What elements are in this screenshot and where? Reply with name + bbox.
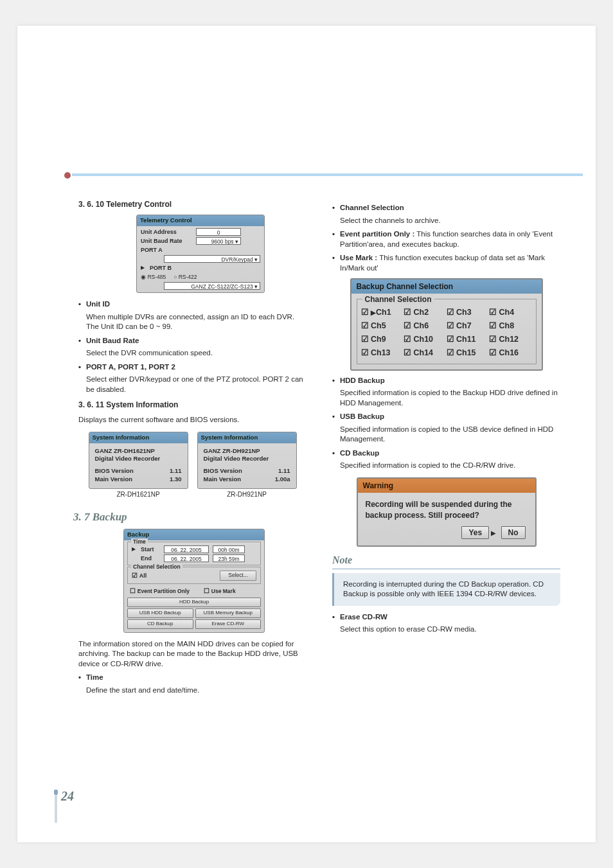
ch-label: Ch1	[376, 308, 391, 317]
unit-baud-term: Unit Baud Rate	[86, 337, 139, 344]
ch8-checkbox[interactable]: Ch8	[489, 319, 532, 333]
sys1-model: GANZ ZR-DH1621NP	[95, 447, 182, 456]
cs-body: Select the channels to archive.	[332, 216, 560, 226]
bullet-port: • PORT A, PORT 1, PORT 2	[78, 362, 306, 373]
start-date-input[interactable]: 06. 22. 2005	[164, 545, 209, 553]
usemark-checkbox[interactable]: Use Mark	[204, 587, 236, 596]
ch10-checkbox[interactable]: Ch10	[404, 333, 447, 346]
note-body: Recording is interrupted during the CD B…	[332, 573, 560, 606]
ch3-checkbox[interactable]: Ch3	[447, 306, 490, 319]
yes-button[interactable]: Yes	[461, 526, 489, 539]
page-number-box: 24	[55, 789, 74, 823]
warning-title: Warning	[358, 479, 535, 493]
cd-body: Specified information is copied to the C…	[332, 461, 560, 471]
warning-panel: Warning Recording will be suspended duri…	[357, 477, 537, 547]
usb-mem-backup-button[interactable]: USB Memory Backup	[195, 608, 262, 618]
ch13-checkbox[interactable]: Ch13	[361, 346, 404, 360]
port-term: PORT A, PORT 1, PORT 2	[86, 363, 175, 371]
heading-sysinfo: 3. 6. 11 System Information	[78, 400, 306, 410]
all-checkbox[interactable]: All	[132, 571, 147, 580]
unit-baud-select[interactable]: 9600 bps ▾	[196, 237, 241, 245]
ch5-checkbox[interactable]: Ch5	[361, 319, 404, 333]
sys2-caption: ZR-DH921NP	[197, 490, 297, 499]
unit-id-term: Unit ID	[86, 300, 110, 308]
panel-title: System Information	[198, 432, 296, 443]
epo-checkbox[interactable]: Event Partition Only	[130, 587, 190, 596]
usb-hdd-backup-button[interactable]: USB HDD Backup	[127, 608, 193, 618]
start-time-input[interactable]: 00h 00m	[213, 545, 245, 553]
hdd-backup-button[interactable]: HDD Backup	[127, 598, 261, 607]
sys2-main-v: 1.00a	[275, 475, 290, 484]
time-body: Define the start and end date/time.	[78, 686, 306, 696]
usb-body: Specified information is copied to the U…	[332, 425, 560, 445]
cursor-arrow-icon: ▶	[132, 546, 136, 553]
right-column: • Channel Selection Select the channels …	[332, 199, 560, 698]
backup-body: The information stored on the MAIN HDD d…	[78, 639, 306, 669]
note-heading: Note	[332, 553, 560, 569]
bullet-cs: • Channel Selection	[332, 203, 560, 213]
unit-baud-label: Unit Baud Rate	[141, 237, 192, 245]
page-number: 24	[61, 789, 74, 823]
cs-group-label: Channel Selection	[131, 563, 182, 571]
ch11-checkbox[interactable]: Ch11	[447, 333, 490, 346]
page-tick-icon	[55, 790, 57, 823]
panel-title: Backup Channel Selection	[351, 279, 542, 294]
unit-address-input[interactable]: 0	[196, 228, 241, 236]
heading-backup: 3. 7 Backup	[73, 510, 306, 525]
rs422-radio[interactable]: RS-422	[173, 274, 197, 281]
rs485-radio[interactable]: RS-485	[141, 274, 166, 281]
erase-term: Erase CD-RW	[340, 613, 387, 621]
ch12-checkbox[interactable]: Ch12	[489, 333, 532, 346]
ch4-checkbox[interactable]: Ch4	[489, 306, 532, 319]
portb-label: PORT B	[150, 264, 172, 272]
bcs-group-label: Channel Selection	[362, 294, 434, 305]
bullet-unit-id: • Unit ID	[78, 299, 306, 310]
end-date-input[interactable]: 06. 22. 2005	[164, 554, 209, 562]
manual-page: 3. 6. 10 Telemetry Control Telemetry Con…	[17, 26, 596, 842]
epo-term: Event partition Only :	[340, 230, 414, 238]
ch1-checkbox[interactable]: ▶Ch1	[361, 306, 404, 319]
sys1-bios-l: BIOS Version	[95, 467, 170, 475]
bullet-cd: • CD Backup	[332, 448, 560, 459]
bullet-epo: • Event partition Only : This function s…	[332, 229, 560, 249]
cs-term: Channel Selection	[340, 204, 404, 211]
cd-backup-button[interactable]: CD Backup	[127, 619, 193, 629]
bullet-um: • Use Mark : This function executes back…	[332, 253, 560, 273]
time-term: Time	[86, 673, 103, 681]
sys2-model: GANZ ZR-DH921NP	[204, 447, 290, 456]
header-dot-icon	[64, 172, 71, 179]
ch2-checkbox[interactable]: Ch2	[404, 306, 447, 319]
erase-cdrw-button[interactable]: Erase CD-RW	[195, 619, 262, 629]
ch14-checkbox[interactable]: Ch14	[404, 346, 447, 360]
sysinfo-body: Displays the current software and BIOS v…	[78, 415, 306, 425]
ch16-checkbox[interactable]: Ch16	[489, 346, 532, 360]
hdd-body: Specified information is copied to the B…	[332, 388, 560, 408]
start-label: Start	[141, 545, 160, 553]
cd-term: CD Backup	[340, 449, 379, 457]
select-button[interactable]: Select...	[220, 571, 256, 580]
sys1-main-l: Main Version	[95, 475, 170, 484]
porta-value: DVR/Keypad	[221, 256, 253, 263]
sys2-main-l: Main Version	[204, 475, 275, 484]
panel-title: System Information	[89, 432, 188, 443]
backup-panel: Backup Time ▶Start 06. 22. 2005 00h 00m …	[123, 529, 265, 632]
no-button[interactable]: No	[501, 526, 526, 539]
heading-telemetry: 3. 6. 10 Telemetry Control	[78, 199, 306, 209]
cursor-arrow-icon: ▶	[491, 529, 496, 536]
porta-select[interactable]: DVR/Keypad ▾	[164, 255, 260, 263]
portb-select[interactable]: GANZ ZC-S122/ZC-S123 ▾	[164, 282, 260, 290]
sys1-caption: ZR-DH1621NP	[89, 490, 188, 499]
porta-label: PORT A	[141, 246, 163, 254]
ch15-checkbox[interactable]: Ch15	[447, 346, 490, 360]
end-time-input[interactable]: 23h 59m	[213, 554, 245, 562]
ch6-checkbox[interactable]: Ch6	[404, 319, 447, 333]
bullet-usb: • USB Backup	[332, 412, 560, 422]
ch9-checkbox[interactable]: Ch9	[361, 333, 404, 346]
um-term: Use Mark :	[340, 254, 377, 261]
telemetry-panel: Telemetry Control Unit Address 0 Unit Ba…	[136, 215, 265, 293]
header-rule	[72, 173, 583, 176]
erase-body: Select this option to erase CD-RW media.	[332, 624, 560, 635]
ch7-checkbox[interactable]: Ch7	[447, 319, 490, 333]
usb-term: USB Backup	[340, 412, 384, 420]
sysinfo-panel-1: System Information GANZ ZR-DH1621NP Digi…	[89, 432, 188, 499]
